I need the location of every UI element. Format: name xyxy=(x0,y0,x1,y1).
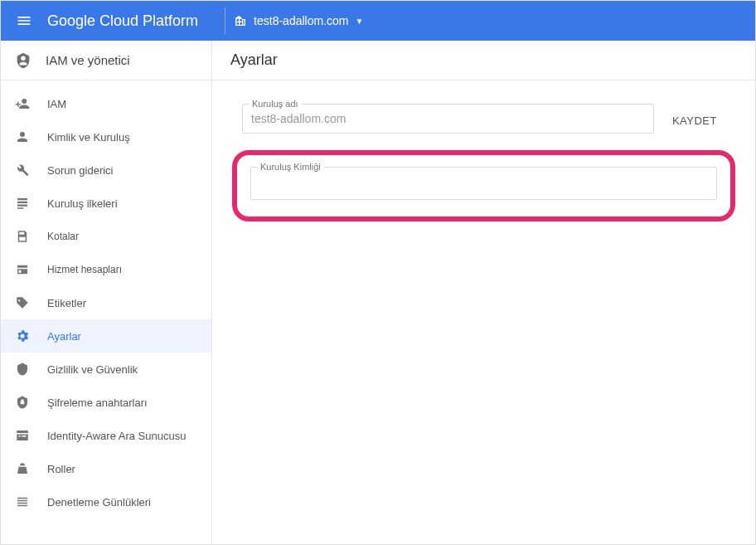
topbar: Google Cloud Platform test8-adallom.com … xyxy=(1,1,755,41)
nav-item-iap[interactable]: Identity-Aware Ara Sunucusu xyxy=(1,419,211,452)
nav-item-iam[interactable]: IAM xyxy=(1,87,211,120)
caret-down-icon: ▼ xyxy=(355,17,363,26)
list-icon xyxy=(14,196,31,211)
menu-button[interactable] xyxy=(7,4,41,37)
audit-log-icon xyxy=(14,494,31,509)
nav-label: Gizlilik ve Güvenlik xyxy=(47,363,138,376)
main: Ayarlar Kuruluş adı KAYDET Kuruluş Kimli… xyxy=(212,41,755,544)
org-name-input[interactable] xyxy=(242,104,654,134)
nav-label: Kotalar xyxy=(47,231,79,242)
sidebar: IAM ve yönetici IAM Kimlik ve Kuruluş So… xyxy=(1,41,212,544)
shield-icon xyxy=(14,362,31,377)
nav-label: Hizmet hesapları xyxy=(47,264,122,275)
tag-icon xyxy=(14,295,31,310)
org-id-highlight: Kuruluş Kimliği xyxy=(232,150,735,221)
org-id-input[interactable] xyxy=(250,167,717,200)
nav-item-encryption-keys[interactable]: Şifreleme anahtarları xyxy=(1,386,211,419)
section-header: IAM ve yönetici xyxy=(1,41,211,80)
main-header: Ayarlar xyxy=(212,41,755,80)
nav-label: IAM xyxy=(47,98,66,110)
content: Kuruluş adı KAYDET Kuruluş Kimliği xyxy=(212,80,755,241)
nav-item-quotas[interactable]: Kotalar xyxy=(1,220,211,253)
organization-icon xyxy=(234,14,247,27)
nav-label: Şifreleme anahtarları xyxy=(47,397,148,409)
service-account-icon xyxy=(14,262,31,277)
section-title: IAM ve yönetici xyxy=(46,53,130,67)
nav-item-labels[interactable]: Etiketler xyxy=(1,286,211,319)
nav-label: Kimlik ve Kuruluş xyxy=(47,131,130,144)
nav-item-identity-org[interactable]: Kimlik ve Kuruluş xyxy=(1,120,211,153)
nav-item-org-policies[interactable]: Kuruluş ilkeleri xyxy=(1,187,211,220)
person-add-icon xyxy=(14,96,31,111)
org-id-label: Kuruluş Kimliği xyxy=(257,162,324,172)
nav-label: Ayarlar xyxy=(47,330,81,343)
org-name-label: Kuruluş adı xyxy=(249,99,302,109)
save-icon xyxy=(14,229,31,244)
shield-lock-icon xyxy=(14,395,31,410)
page-title: Ayarlar xyxy=(230,51,278,69)
gear-icon xyxy=(14,328,31,343)
nav-label: Roller xyxy=(47,463,75,475)
person-icon xyxy=(14,129,31,144)
iap-icon xyxy=(14,428,31,443)
brand-title: Google Cloud Platform xyxy=(47,12,198,30)
nav-item-troubleshooter[interactable]: Sorun giderici xyxy=(1,153,211,187)
nav-label: Etiketler xyxy=(47,297,86,309)
nav-item-settings[interactable]: Ayarlar xyxy=(1,319,211,353)
shield-person-icon xyxy=(14,51,32,70)
nav-label: Sorun giderici xyxy=(47,164,114,177)
nav-item-audit-logs[interactable]: Denetleme Günlükleri xyxy=(1,485,211,518)
nav-label: Identity-Aware Ara Sunucusu xyxy=(47,430,186,442)
roles-icon xyxy=(14,461,31,476)
nav-label: Kuruluş ilkeleri xyxy=(47,197,118,210)
project-selector[interactable]: test8-adallom.com ▼ xyxy=(225,7,371,34)
nav-label: Denetleme Günlükleri xyxy=(47,496,151,509)
nav: IAM Kimlik ve Kuruluş Sorun giderici Kur… xyxy=(1,80,211,518)
org-name-row: Kuruluş adı KAYDET xyxy=(232,100,735,140)
save-button[interactable]: KAYDET xyxy=(664,108,725,134)
nav-item-privacy-security[interactable]: Gizlilik ve Güvenlik xyxy=(1,353,211,386)
nav-item-roles[interactable]: Roller xyxy=(1,452,211,485)
project-name: test8-adallom.com xyxy=(254,14,348,27)
nav-item-service-accounts[interactable]: Hizmet hesapları xyxy=(1,253,211,286)
hamburger-icon xyxy=(16,12,32,29)
wrench-icon xyxy=(14,163,31,178)
